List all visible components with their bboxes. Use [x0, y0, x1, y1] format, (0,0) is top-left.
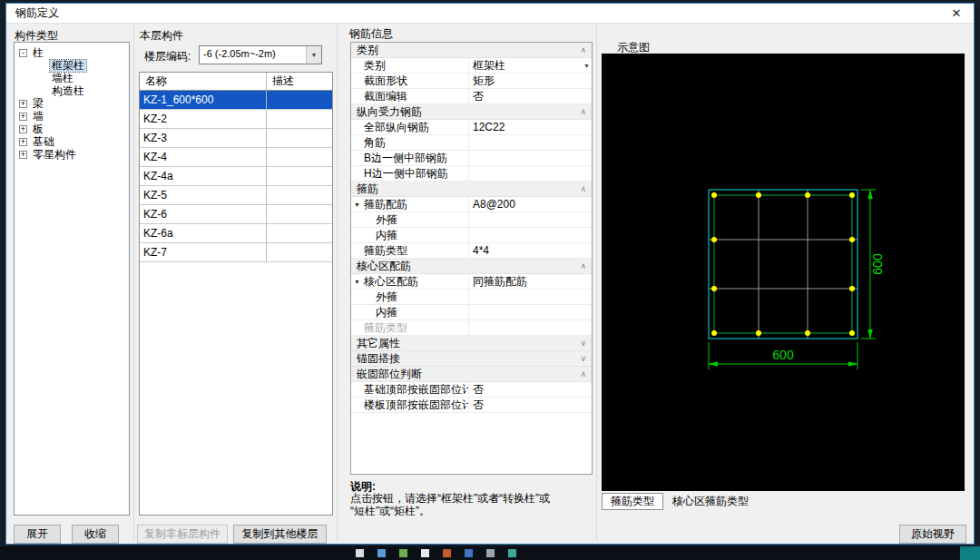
- tree-expand-icon[interactable]: +: [19, 100, 27, 108]
- pg-row-outer-stirrup[interactable]: 外箍: [351, 212, 592, 228]
- row-expander-icon[interactable]: ▼: [354, 274, 360, 289]
- table-row[interactable]: KZ-3: [140, 129, 332, 148]
- pg-section-stirrup[interactable]: 箍筋∧: [351, 182, 592, 197]
- column-header-desc[interactable]: 描述: [267, 73, 332, 90]
- tab-core-stirrup-type[interactable]: 核心区箍筋类型: [663, 493, 758, 510]
- tab-stirrup-type[interactable]: 箍筋类型: [602, 493, 663, 510]
- property-value[interactable]: 框架柱▼: [469, 58, 592, 73]
- pg-row-inner-stirrup[interactable]: 内箍: [351, 228, 592, 243]
- section-expand-icon[interactable]: ∨: [580, 339, 586, 348]
- property-value[interactable]: 同箍筋配筋: [469, 274, 592, 289]
- property-value[interactable]: [469, 320, 592, 335]
- pg-section-longitudinal[interactable]: 纵向受力钢筋∧: [351, 104, 592, 120]
- tree-expand-icon[interactable]: +: [19, 125, 27, 133]
- tree-item-slab[interactable]: +板: [16, 123, 129, 135]
- pg-section-other-props[interactable]: 其它属性∨: [351, 336, 592, 351]
- pg-section-anchorage[interactable]: 锚固搭接∨: [351, 351, 592, 367]
- pg-row-core-inner-stirrup[interactable]: 内箍: [351, 305, 592, 320]
- tree-item-misc-component[interactable]: +零星构件: [16, 148, 129, 161]
- tree-collapse-icon[interactable]: -: [19, 49, 27, 57]
- property-value[interactable]: A8@200: [469, 197, 592, 211]
- table-row[interactable]: KZ-5: [140, 186, 332, 205]
- taskbar-icon[interactable]: [377, 549, 386, 557]
- section-collapse-icon[interactable]: ∧: [580, 369, 586, 378]
- pg-row-foundation-top-embedded[interactable]: 基础顶部按嵌固部位计否: [351, 382, 592, 398]
- tree-item-wall-column[interactable]: 墙柱: [16, 72, 129, 84]
- tree-expand-icon[interactable]: +: [19, 113, 27, 121]
- chevron-down-icon[interactable]: ▼: [306, 46, 321, 64]
- pg-row-all-longitudinal[interactable]: 全部纵向钢筋12C22: [351, 120, 592, 135]
- reset-view-button[interactable]: 原始视野: [899, 525, 966, 544]
- pg-row-core-outer-stirrup[interactable]: 外箍: [351, 290, 592, 305]
- dialog-titlebar[interactable]: 钢筋定义 ✕: [6, 4, 974, 24]
- table-row[interactable]: KZ-6: [140, 205, 332, 224]
- pg-row-b-side-middle[interactable]: B边一侧中部钢筋: [351, 151, 592, 166]
- pg-row-slab-top-embedded[interactable]: 楼板顶部按嵌固部位计否: [351, 398, 592, 413]
- table-row[interactable]: KZ-4: [140, 148, 332, 167]
- taskbar-icon[interactable]: [486, 549, 495, 557]
- pg-row-stirrup-reinforcement[interactable]: ▼箍筋配筋A8@200: [351, 197, 592, 212]
- property-value[interactable]: [469, 166, 592, 181]
- taskbar-icon[interactable]: [356, 549, 364, 557]
- pg-row-core-reinforcement[interactable]: ▼核心区配筋同箍筋配筋: [351, 274, 592, 290]
- table-row[interactable]: KZ-7: [140, 243, 332, 262]
- tree-item-beam[interactable]: +梁: [16, 97, 129, 110]
- property-value[interactable]: 否: [469, 382, 592, 397]
- property-value[interactable]: 否: [469, 398, 592, 412]
- pg-row-core-stirrup-type[interactable]: 箍筋类型: [351, 320, 592, 336]
- table-row[interactable]: KZ-4a: [140, 167, 332, 186]
- property-value[interactable]: 否: [469, 89, 592, 103]
- property-value[interactable]: [469, 228, 592, 242]
- property-value[interactable]: [469, 135, 592, 150]
- pg-section-core[interactable]: 核心区配筋∧: [351, 259, 592, 274]
- taskbar-corner[interactable]: [960, 546, 980, 560]
- property-value[interactable]: [469, 151, 592, 165]
- taskbar[interactable]: [0, 546, 980, 560]
- taskbar-icon[interactable]: [421, 549, 429, 557]
- tree-item-frame-column[interactable]: 框架柱: [16, 59, 129, 72]
- pg-row-h-side-middle[interactable]: H边一侧中部钢筋: [351, 166, 592, 182]
- expand-button[interactable]: 展开: [14, 525, 61, 544]
- tree-item-column[interactable]: -柱: [16, 46, 129, 59]
- pg-section-embedded[interactable]: 嵌固部位判断∧: [351, 367, 592, 382]
- copy-other-floors-button[interactable]: 复制到其他楼层: [233, 525, 327, 544]
- section-collapse-icon[interactable]: ∧: [580, 45, 586, 54]
- taskbar-icon[interactable]: [399, 549, 407, 557]
- section-collapse-icon[interactable]: ∧: [580, 184, 586, 193]
- pg-row-corner-bar[interactable]: 角筋: [351, 135, 592, 151]
- property-value[interactable]: 4*4: [469, 243, 592, 258]
- table-row[interactable]: KZ-6a: [140, 224, 332, 243]
- floor-code-select[interactable]: -6 (-2.05m~-2m) ▼: [199, 45, 322, 64]
- section-expand-icon[interactable]: ∨: [580, 354, 586, 363]
- pg-row-category[interactable]: 类别框架柱▼: [351, 58, 592, 74]
- section-collapse-icon[interactable]: ∧: [580, 107, 586, 116]
- tree-item-foundation[interactable]: +基础: [16, 135, 129, 148]
- section-collapse-icon[interactable]: ∧: [580, 261, 586, 270]
- taskbar-icon[interactable]: [465, 549, 473, 557]
- schematic-canvas[interactable]: 600 600: [602, 54, 965, 491]
- property-value[interactable]: [469, 305, 592, 319]
- close-icon[interactable]: ✕: [943, 6, 970, 20]
- property-value[interactable]: 12C22: [469, 120, 592, 134]
- property-label: 截面编辑: [351, 89, 469, 103]
- tree-item-construction-column[interactable]: 构造柱: [16, 84, 129, 97]
- column-header-name[interactable]: 名称: [140, 73, 267, 90]
- table-row[interactable]: KZ-2: [140, 110, 332, 129]
- pg-row-section-shape[interactable]: 截面形状矩形: [351, 74, 592, 89]
- table-row[interactable]: KZ-1_600*600: [140, 91, 332, 110]
- pg-row-stirrup-type[interactable]: 箍筋类型4*4: [351, 243, 592, 259]
- taskbar-icon[interactable]: [443, 549, 451, 557]
- pg-section-category[interactable]: 类别∧: [351, 43, 592, 58]
- value-dropdown-icon[interactable]: ▼: [583, 58, 590, 73]
- property-value[interactable]: [469, 290, 592, 304]
- pg-row-section-edit[interactable]: 截面编辑否: [351, 89, 592, 104]
- property-value[interactable]: [469, 212, 592, 227]
- row-expander-icon[interactable]: ▼: [354, 197, 360, 211]
- property-value[interactable]: 矩形: [469, 74, 592, 88]
- tree-expand-icon[interactable]: +: [19, 138, 27, 146]
- collapse-button[interactable]: 收缩: [72, 525, 119, 544]
- tree-expand-icon[interactable]: +: [19, 151, 27, 159]
- taskbar-icon[interactable]: [508, 549, 516, 557]
- property-label: H边一侧中部钢筋: [351, 166, 469, 181]
- tree-item-wall[interactable]: +墙: [16, 110, 129, 123]
